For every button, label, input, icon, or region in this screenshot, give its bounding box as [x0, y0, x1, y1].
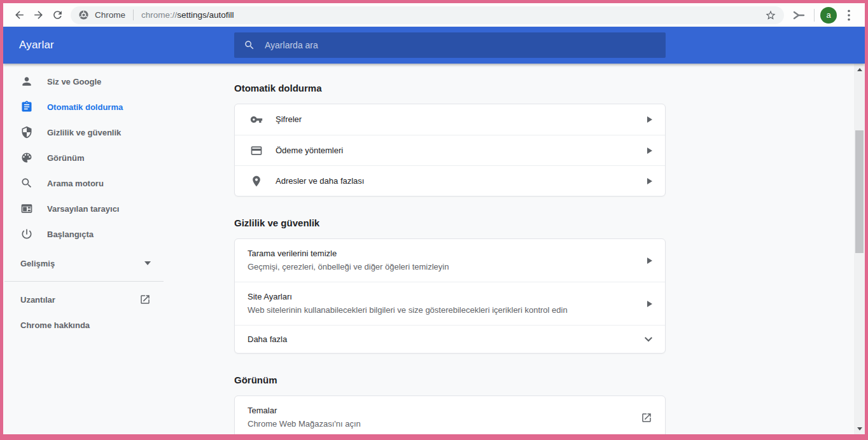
- toolbar-divider: [814, 9, 815, 22]
- bookmark-button[interactable]: [762, 7, 779, 24]
- person-icon: [20, 75, 33, 88]
- sidebar-item-label: Varsayılan tarayıcı: [47, 204, 119, 214]
- autofill-icon: [20, 100, 33, 113]
- row-site-settings[interactable]: Site Ayarları Web sitelerinin kullanabil…: [235, 282, 665, 325]
- sidebar-item-label: Arama motoru: [47, 179, 104, 188]
- scroll-up-icon: [857, 68, 862, 71]
- row-label: Adresler ve daha fazlası: [276, 176, 364, 186]
- sidebar-item-appearance[interactable]: Görünüm: [3, 145, 234, 170]
- power-icon: [20, 228, 33, 240]
- browser-menu-button[interactable]: [839, 6, 858, 25]
- omnibox-divider: [133, 10, 134, 20]
- row-clear-browsing-data[interactable]: Tarama verilerini temizle Geçmişi, çerez…: [235, 239, 665, 282]
- row-label: Temalar: [248, 406, 641, 416]
- section-title: Gizlilik ve güvenlik: [234, 217, 666, 230]
- row-addresses[interactable]: Adresler ve daha fazlası: [235, 165, 665, 196]
- back-arrow-icon: [13, 9, 25, 21]
- scrollbar-down-button[interactable]: [854, 424, 865, 433]
- reload-button[interactable]: [48, 6, 67, 25]
- sidebar-item-label: Gizlilik ve güvenlik: [47, 128, 121, 137]
- shield-icon: [20, 126, 33, 139]
- key-icon: [250, 113, 263, 126]
- toolbar-right-cluster: a: [789, 6, 858, 25]
- row-sublabel: Chrome Web Mağazası'nı açın: [248, 419, 641, 429]
- url-text: chrome://settings/autofill: [141, 10, 234, 20]
- sidebar-item-label: Başlangıçta: [47, 230, 94, 239]
- row-label: Tarama verilerini temizle: [248, 249, 647, 259]
- sidebar-item-search-engine[interactable]: Arama motoru: [3, 170, 234, 196]
- chrome-logo-icon: [78, 10, 89, 20]
- sidebar-item-you-and-google[interactable]: Siz ve Google: [3, 69, 234, 94]
- row-more[interactable]: Daha fazla: [235, 325, 665, 353]
- sidebar-item-on-startup[interactable]: Başlangıçta: [3, 221, 234, 247]
- row-label: Site Ayarları: [248, 292, 647, 302]
- row-themes[interactable]: Temalar Chrome Web Mağazası'nı açın: [235, 396, 665, 434]
- row-sublabel: Web sitelerinin kullanabilecekleri bilgi…: [248, 305, 647, 315]
- scrollbar-up-button[interactable]: [854, 65, 865, 74]
- about-label: Chrome hakkında: [20, 320, 90, 330]
- row-label: Şifreler: [276, 114, 302, 125]
- section-title: Otomatik doldurma: [234, 82, 666, 95]
- credit-card-icon: [250, 144, 263, 157]
- back-button[interactable]: [10, 6, 29, 25]
- profile-avatar[interactable]: a: [820, 7, 837, 24]
- sidebar-item-label: Siz ve Google: [47, 77, 101, 86]
- settings-search-input[interactable]: [265, 40, 583, 50]
- open-in-new-icon: [139, 294, 151, 305]
- flow-arrow-button[interactable]: [789, 6, 808, 25]
- row-label: Daha fazla: [248, 334, 287, 345]
- open-in-new-icon: [641, 412, 652, 423]
- flow-arrow-icon: [792, 10, 806, 21]
- chevron-right-icon: [647, 258, 652, 264]
- caret-down-icon: [144, 261, 151, 265]
- kebab-menu-icon: [848, 10, 850, 21]
- section-autofill: Otomatik doldurma Şifreler Ödeme yönteml…: [234, 82, 666, 196]
- search-icon: [244, 39, 255, 51]
- url-scheme: chrome://: [141, 10, 177, 20]
- sidebar-item-privacy-security[interactable]: Gizlilik ve güvenlik: [3, 120, 234, 145]
- sidebar-item-autofill[interactable]: Otomatik doldurma: [3, 94, 234, 120]
- sidebar-divider: [4, 281, 164, 282]
- sidebar-item-about-chrome[interactable]: Chrome hakkında: [3, 312, 164, 338]
- appearance-card: Temalar Chrome Web Mağazası'nı açın: [234, 395, 666, 434]
- avatar-letter: a: [826, 10, 830, 20]
- palette-icon: [20, 151, 33, 164]
- settings-sidebar: Siz ve Google Otomatik doldurma Gizlilik…: [3, 64, 234, 434]
- chevron-right-icon: [647, 116, 652, 123]
- row-payment-methods[interactable]: Ödeme yöntemleri: [235, 135, 665, 165]
- section-appearance: Görünüm Temalar Chrome Web Mağazası'nı a…: [234, 374, 666, 434]
- page-title: Ayarlar: [19, 39, 54, 52]
- scroll-down-icon: [857, 427, 862, 430]
- advanced-label: Gelişmiş: [20, 259, 55, 268]
- section-privacy: Gizlilik ve güvenlik Tarama verilerini t…: [234, 217, 666, 354]
- section-title: Görünüm: [234, 374, 666, 387]
- chevron-right-icon: [647, 148, 652, 154]
- chevron-right-icon: [647, 178, 652, 184]
- forward-button[interactable]: [29, 6, 48, 25]
- settings-main: Otomatik doldurma Şifreler Ödeme yönteml…: [234, 64, 666, 434]
- row-passwords[interactable]: Şifreler: [235, 104, 665, 135]
- browser-window: Chrome chrome://settings/autofill a: [0, 0, 868, 440]
- sidebar-item-extensions[interactable]: Uzantılar: [3, 287, 164, 312]
- search-icon: [20, 177, 33, 189]
- url-bar[interactable]: Chrome chrome://settings/autofill: [71, 6, 784, 24]
- sidebar-item-default-browser[interactable]: Varsayılan tarayıcı: [3, 196, 234, 221]
- site-badge-label: Chrome: [95, 10, 125, 20]
- reload-icon: [52, 9, 64, 21]
- page-scrollbar[interactable]: [854, 64, 865, 434]
- location-pin-icon: [250, 175, 263, 188]
- row-sublabel: Geçmişi, çerezleri, önbelleği ve diğer ö…: [248, 262, 647, 272]
- star-icon: [765, 10, 776, 21]
- settings-search-box[interactable]: [234, 32, 666, 58]
- autofill-card: Şifreler Ödeme yöntemleri Adresler ve da…: [234, 104, 666, 196]
- forward-arrow-icon: [32, 9, 45, 21]
- url-path: settings/autofill: [177, 10, 234, 20]
- sidebar-advanced-toggle[interactable]: Gelişmiş: [3, 251, 164, 276]
- extensions-label: Uzantılar: [20, 295, 55, 305]
- settings-header: Ayarlar: [3, 27, 865, 64]
- settings-content: Siz ve Google Otomatik doldurma Gizlilik…: [3, 64, 865, 434]
- browser-toolbar: Chrome chrome://settings/autofill a: [3, 3, 865, 27]
- scrollbar-thumb[interactable]: [855, 130, 864, 253]
- privacy-card: Tarama verilerini temizle Geçmişi, çerez…: [234, 238, 666, 354]
- row-label: Ödeme yöntemleri: [276, 146, 343, 156]
